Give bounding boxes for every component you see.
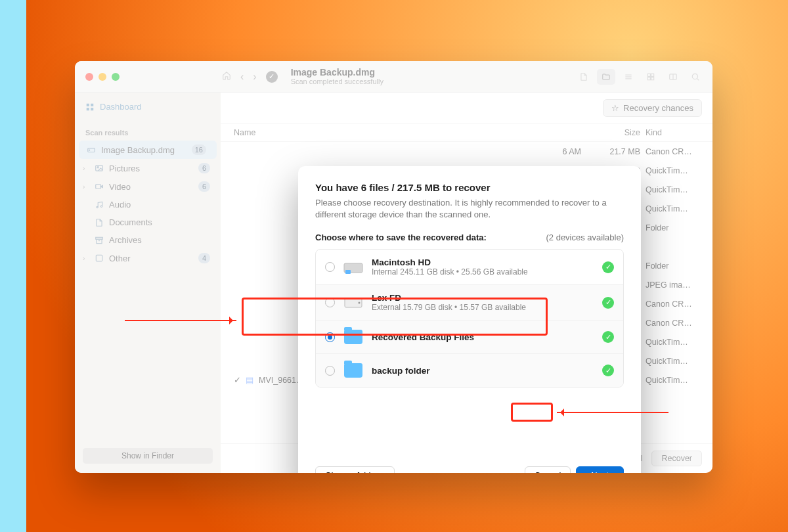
radio-icon[interactable] [325,332,335,342]
destination-list: Macintosh HDInternal 245.11 GB disk • 25… [315,249,624,388]
modal-heading: You have 6 files / 217.5 MB to recover [315,182,624,193]
destination-name: backup folder [372,366,430,376]
destination-option[interactable]: backup folder ✓ [316,353,623,387]
destination-option[interactable]: Lex FDExternal 15.79 GB disk • 15.57 GB … [316,284,623,320]
modal-devices-available: (2 devices available) [546,233,624,242]
svg-point-29 [359,301,361,303]
radio-icon[interactable] [325,366,335,376]
svg-rect-27 [345,270,351,274]
destination-name: Lex FD [372,293,526,303]
radio-icon[interactable] [325,298,335,307]
ok-check-icon: ✓ [602,261,614,273]
destination-detail: External 15.79 GB disk • 15.57 GB availa… [372,303,526,312]
next-button[interactable]: Next [576,466,624,473]
radio-icon[interactable] [325,262,335,272]
choose-folder-button[interactable]: Choose folder... [315,466,395,473]
annotation-arrow-icon [557,412,668,413]
modal-subtext: Please choose recovery destination. It i… [315,197,624,221]
folder-icon [343,362,364,379]
recovery-destination-modal: You have 6 files / 217.5 MB to recover P… [298,166,641,473]
destination-name: Macintosh HD [372,257,528,267]
cancel-button[interactable]: Cancel [525,466,571,473]
destination-name: Recovered Backup Files [372,332,474,342]
destination-detail: Internal 245.11 GB disk • 25.56 GB avail… [372,267,528,277]
external-drive-icon [343,294,364,311]
ok-check-icon: ✓ [602,331,614,343]
hdd-icon [343,259,364,276]
destination-option[interactable]: Recovered Backup Files ✓ [316,320,623,353]
modal-choose-label: Choose where to save the recovered data: [315,233,487,242]
annotation-arrow-icon [125,320,236,321]
ok-check-icon: ✓ [602,365,614,376]
app-window: ‹ › ✓ Image Backup.dmg Scan completed su… [75,61,712,473]
ok-check-icon: ✓ [602,297,614,309]
destination-option[interactable]: Macintosh HDInternal 245.11 GB disk • 25… [316,250,623,284]
folder-icon [343,328,364,345]
